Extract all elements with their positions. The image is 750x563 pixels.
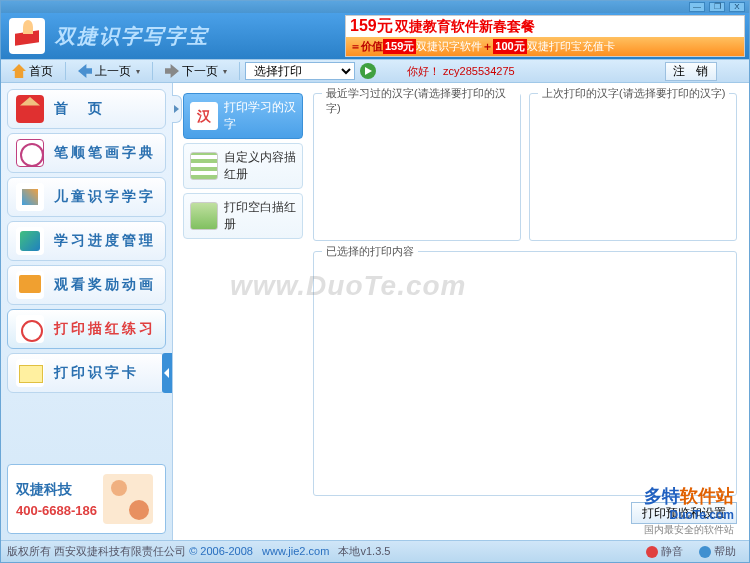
minimize-button[interactable]: — bbox=[689, 2, 705, 12]
copyright: 版权所有 西安双捷科技有限责任公司 © 2006-2008 www.jie2.c… bbox=[7, 544, 637, 559]
child-icon bbox=[16, 183, 44, 211]
main: 首 页 笔顺笔画字典 儿童识字学字 学习进度管理 观看奖励动画 打印描红练习 打… bbox=[1, 83, 749, 540]
panel-recent-legend: 最近学习过的汉字(请选择要打印的汉字) bbox=[322, 86, 520, 116]
sidebar-item-label: 打印识字卡 bbox=[54, 364, 139, 382]
panel-selected-legend: 已选择的打印内容 bbox=[322, 244, 418, 259]
blank-icon bbox=[190, 202, 218, 230]
panel-selected[interactable]: 已选择的打印内容 bbox=[313, 251, 737, 496]
animation-icon bbox=[16, 271, 44, 299]
help-button[interactable]: 帮助 bbox=[692, 543, 743, 561]
go-button[interactable] bbox=[359, 62, 377, 80]
subnav-label: 打印学习的汉字 bbox=[224, 99, 296, 133]
home-icon bbox=[16, 95, 44, 123]
sidebar-item-progress[interactable]: 学习进度管理 bbox=[7, 221, 166, 261]
support-phone: 400-6688-186 bbox=[16, 503, 97, 518]
toolbar-separator bbox=[152, 62, 153, 80]
sidebar-item-label: 首 页 bbox=[54, 100, 105, 118]
content: 打印学习的汉字 自定义内容描红册 打印空白描红册 最近学习过的汉字(请选择要打印… bbox=[173, 83, 749, 540]
version-label: 本地v1.3.5 bbox=[338, 545, 390, 557]
ad-banner[interactable]: 159元 双捷教育软件新春套餐 ＝价值 159元 双捷识字软件 ＋ 100元 双… bbox=[345, 15, 745, 57]
panel-last-legend: 上次打印的汉字(请选择要打印的汉字) bbox=[538, 86, 729, 101]
sidebar-item-label: 观看奖励动画 bbox=[54, 276, 156, 294]
dropdown-icon: ▾ bbox=[223, 67, 227, 76]
toolbar-separator bbox=[239, 62, 240, 80]
learned-icon bbox=[190, 102, 218, 130]
ad-price-1: 159元 bbox=[383, 39, 416, 54]
sidebar-item-print-practice[interactable]: 打印描红练习 bbox=[7, 309, 166, 349]
copyright-text: 版权所有 西安双捷科技有限责任公司 bbox=[7, 545, 186, 557]
print-select[interactable]: 选择打印 bbox=[245, 62, 355, 80]
sidebar: 首 页 笔顺笔画字典 儿童识字学字 学习进度管理 观看奖励动画 打印描红练习 打… bbox=[1, 83, 173, 540]
statusbar: 版权所有 西安双捷科技有限责任公司 © 2006-2008 www.jie2.c… bbox=[1, 540, 749, 562]
back-label: 上一页 bbox=[95, 63, 131, 80]
panel-recent[interactable]: 最近学习过的汉字(请选择要打印的汉字) bbox=[313, 93, 521, 241]
subnav-custom-book[interactable]: 自定义内容描红册 bbox=[183, 143, 303, 189]
toolbar-separator bbox=[65, 62, 66, 80]
subnav-label: 打印空白描红册 bbox=[224, 199, 296, 233]
ad-plus: ＋ bbox=[482, 39, 493, 54]
support-box: 双捷科技 400-6688-186 bbox=[7, 464, 166, 534]
greeting-label: 你好！ bbox=[407, 65, 440, 77]
forward-button[interactable]: 下一页▾ bbox=[158, 61, 234, 81]
help-icon bbox=[699, 546, 711, 558]
sidebar-item-home[interactable]: 首 页 bbox=[7, 89, 166, 129]
support-image bbox=[103, 474, 153, 524]
forward-icon bbox=[165, 64, 179, 78]
logout-button[interactable]: 注 销 bbox=[665, 62, 717, 81]
sidebar-item-stroke-dict[interactable]: 笔顺笔画字典 bbox=[7, 133, 166, 173]
app-title: 双捷识字写字宝 bbox=[55, 23, 209, 50]
mute-label: 静音 bbox=[661, 544, 683, 559]
sidebar-scroll-handle[interactable] bbox=[162, 353, 172, 393]
sidebar-item-animation[interactable]: 观看奖励动画 bbox=[7, 265, 166, 305]
sidebar-item-label: 打印描红练习 bbox=[54, 320, 156, 338]
sidebar-item-label: 儿童识字学字 bbox=[54, 188, 156, 206]
help-label: 帮助 bbox=[714, 544, 736, 559]
sidebar-item-child-learn[interactable]: 儿童识字学字 bbox=[7, 177, 166, 217]
home-icon bbox=[12, 64, 26, 78]
back-icon bbox=[78, 64, 92, 78]
sidebar-collapse-handle[interactable] bbox=[172, 95, 182, 123]
copyright-years: © 2006-2008 bbox=[189, 545, 253, 557]
dict-icon bbox=[16, 139, 44, 167]
header: 双捷识字写字宝 159元 双捷教育软件新春套餐 ＝价值 159元 双捷识字软件 … bbox=[1, 13, 749, 59]
titlebar: — ❐ X bbox=[1, 1, 749, 13]
support-company: 双捷科技 bbox=[16, 481, 97, 499]
ad-price: 159元 bbox=[350, 16, 393, 37]
back-button[interactable]: 上一页▾ bbox=[71, 61, 147, 81]
forward-label: 下一页 bbox=[182, 63, 218, 80]
sub-nav: 打印学习的汉字 自定义内容描红册 打印空白描红册 bbox=[179, 89, 307, 534]
mute-button[interactable]: 静音 bbox=[639, 543, 690, 561]
copyright-site: www.jie2.com bbox=[262, 545, 329, 557]
maximize-button[interactable]: ❐ bbox=[709, 2, 725, 12]
greeting: 你好！ zcy285534275 bbox=[407, 64, 515, 79]
ad-text-2: 双捷打印宝充值卡 bbox=[527, 39, 615, 54]
ad-text-1: 双捷识字软件 bbox=[416, 39, 482, 54]
progress-icon bbox=[16, 227, 44, 255]
ad-eq: ＝价值 bbox=[350, 39, 383, 54]
toolbar: 首页 上一页▾ 下一页▾ 选择打印 你好！ zcy285534275 注 销 bbox=[1, 59, 749, 83]
print-icon bbox=[16, 315, 44, 343]
subnav-label: 自定义内容描红册 bbox=[224, 149, 296, 183]
app-logo-icon bbox=[9, 18, 45, 54]
subnav-print-learned[interactable]: 打印学习的汉字 bbox=[183, 93, 303, 139]
sidebar-item-label: 笔顺笔画字典 bbox=[54, 144, 156, 162]
card-icon bbox=[16, 359, 44, 387]
sidebar-item-print-card[interactable]: 打印识字卡 bbox=[7, 353, 166, 393]
panel-last-printed[interactable]: 上次打印的汉字(请选择要打印的汉字) bbox=[529, 93, 737, 241]
ad-price-2: 100元 bbox=[493, 39, 526, 54]
mute-icon bbox=[646, 546, 658, 558]
panels: 最近学习过的汉字(请选择要打印的汉字) 上次打印的汉字(请选择要打印的汉字) 已… bbox=[307, 89, 743, 534]
dropdown-icon: ▾ bbox=[136, 67, 140, 76]
greeting-user: zcy285534275 bbox=[443, 65, 515, 77]
close-button[interactable]: X bbox=[729, 2, 745, 12]
ad-top-text: 双捷教育软件新春套餐 bbox=[395, 18, 535, 36]
sidebar-item-label: 学习进度管理 bbox=[54, 232, 156, 250]
home-button[interactable]: 首页 bbox=[5, 61, 60, 81]
subnav-blank-book[interactable]: 打印空白描红册 bbox=[183, 193, 303, 239]
print-preview-button[interactable]: 打印预览和设置 bbox=[631, 502, 737, 524]
home-label: 首页 bbox=[29, 63, 53, 80]
custom-icon bbox=[190, 152, 218, 180]
